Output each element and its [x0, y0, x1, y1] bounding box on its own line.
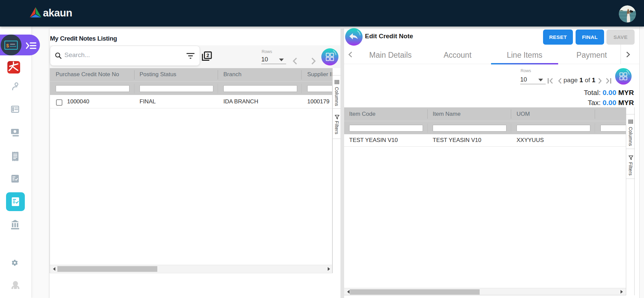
svg-text:$: $ — [6, 43, 9, 48]
svg-text:2: 2 — [207, 52, 209, 58]
